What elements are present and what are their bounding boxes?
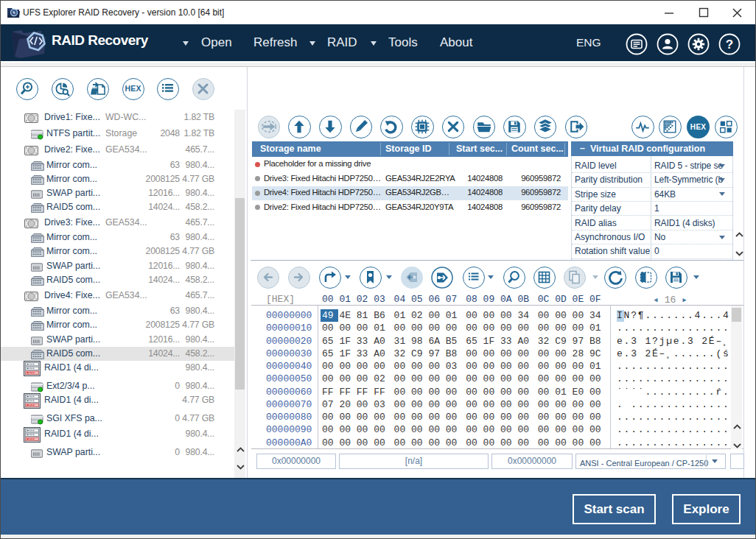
svg-text:?: ? [726, 38, 733, 52]
